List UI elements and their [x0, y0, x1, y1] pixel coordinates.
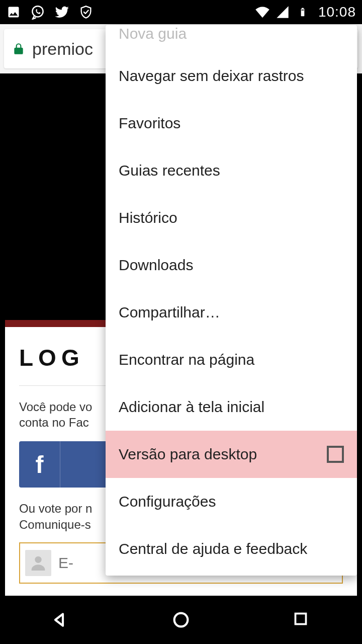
- shield-check-icon: [78, 5, 94, 20]
- svg-rect-3: [301, 10, 304, 11]
- status-clock: 10:08: [318, 4, 356, 20]
- menu-item-recent-tabs[interactable]: Guias recentes: [106, 147, 357, 194]
- battery-icon: [295, 5, 310, 20]
- menu-item-desktop-site[interactable]: Versão para desktop: [106, 431, 357, 478]
- or-line1: Ou vote por n: [19, 502, 92, 515]
- image-icon: [6, 5, 21, 20]
- svg-point-5: [174, 613, 188, 627]
- status-right: 10:08: [255, 4, 356, 20]
- status-left: [6, 5, 94, 20]
- login-desc-line2: conta no Fac: [19, 416, 89, 429]
- facebook-icon: f: [19, 441, 60, 488]
- system-nav-bar: [0, 596, 362, 644]
- url-text: premioc: [32, 39, 93, 59]
- lock-icon: [12, 41, 25, 56]
- svg-rect-6: [296, 614, 306, 624]
- menu-label: Navegar sem deixar rastros: [119, 67, 304, 85]
- back-icon[interactable]: [50, 610, 70, 630]
- menu-label: Encontrar na página: [119, 351, 254, 368]
- recents-icon[interactable]: [292, 610, 312, 630]
- email-field[interactable]: [58, 554, 88, 572]
- menu-item-settings[interactable]: Configurações: [106, 478, 357, 525]
- menu-label: Downloads: [119, 257, 193, 274]
- menu-item-downloads[interactable]: Downloads: [106, 242, 357, 289]
- menu-item-add-to-home[interactable]: Adicionar à tela inicial: [106, 383, 357, 431]
- desktop-site-checkbox[interactable]: [327, 446, 344, 463]
- person-icon: [25, 550, 51, 576]
- whatsapp-icon: [30, 5, 45, 20]
- svg-point-4: [35, 556, 41, 562]
- menu-item-history[interactable]: Histórico: [106, 194, 357, 242]
- menu-item-bookmarks[interactable]: Favoritos: [106, 100, 357, 147]
- menu-label: Central de ajuda e feedback: [119, 540, 307, 557]
- wifi-icon: [255, 5, 270, 20]
- menu-item-help-feedback[interactable]: Central de ajuda e feedback: [106, 525, 357, 573]
- menu-label: Compartilhar…: [119, 304, 220, 321]
- menu-label: Histórico: [119, 209, 177, 226]
- menu-label: Guias recentes: [119, 162, 220, 179]
- or-line2: Comunique-s: [19, 518, 91, 531]
- svg-rect-2: [302, 8, 303, 10]
- status-bar: 10:08: [0, 0, 362, 24]
- twitter-icon: [54, 5, 69, 20]
- browser-overflow-menu: Nova guia Navegar sem deixar rastros Fav…: [106, 25, 357, 576]
- menu-label: Favoritos: [119, 115, 180, 132]
- menu-item-find-in-page[interactable]: Encontrar na página: [106, 336, 357, 383]
- svg-point-0: [32, 6, 43, 17]
- login-desc-line1: Você pode vo: [19, 400, 92, 414]
- menu-label: Nova guia: [119, 25, 187, 42]
- menu-item-incognito[interactable]: Navegar sem deixar rastros: [106, 52, 357, 100]
- menu-label: Configurações: [119, 493, 216, 510]
- menu-label: Versão para desktop: [119, 446, 257, 463]
- menu-item-share[interactable]: Compartilhar…: [106, 289, 357, 336]
- home-icon[interactable]: [171, 610, 191, 630]
- cell-signal-icon: [275, 5, 290, 20]
- menu-label: Adicionar à tela inicial: [119, 398, 264, 416]
- menu-item-new-tab[interactable]: Nova guia: [106, 25, 357, 52]
